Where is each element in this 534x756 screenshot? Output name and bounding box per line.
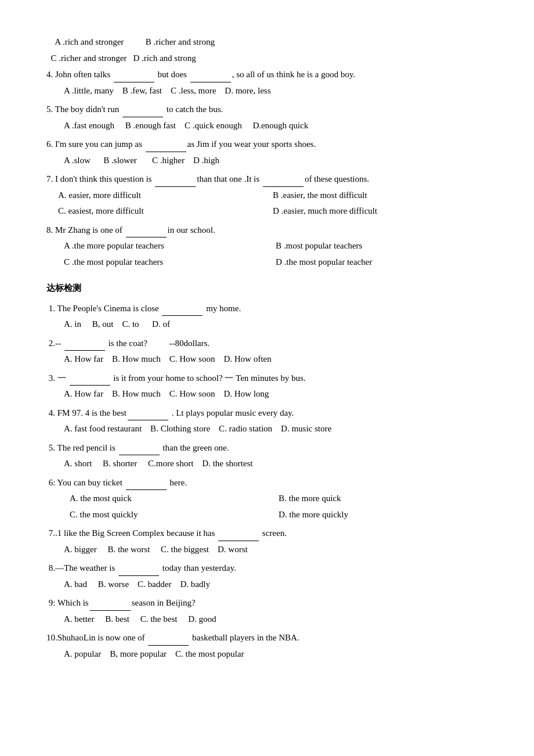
p2q6-options-row1: A. the most quick B. the more quick [70, 491, 488, 506]
q8-question: 8. Mr Zhang is one of in our school. [46, 222, 488, 238]
p2q6-opt-a: A. the most quick [70, 491, 279, 506]
p2q3-options: A. How far B. How much C. How soon D. Ho… [64, 387, 488, 402]
q5-options: A .fast enough B .enough fast C .quick e… [64, 118, 488, 134]
p2q6-question: 6: You can buy ticket here. [46, 475, 488, 491]
q8-options-row2: C .the most popular teachers D .the most… [64, 255, 488, 270]
p2q7-question: 7..1 like the Big Screen Complex because… [46, 525, 488, 541]
p2q2-options: A. How far B. How much C. How soon D. Ho… [64, 352, 488, 367]
p2q5-options: A. short B. shorter C.more short D. the … [64, 456, 488, 471]
p2q6-opt-b: B. the more quick [279, 491, 488, 506]
q7-options-row2: C. easiest, more difficult D .easier, mu… [58, 204, 488, 219]
q7-opt-d: D .easier, much more difficult [273, 204, 488, 219]
p2q2-question: 2.-- is the coat? --80dollars. [46, 336, 488, 351]
p2q9-question: 9: Which is season in Beijing? [46, 595, 488, 611]
q7-options-row1: A. easier, more difficult B .easier, the… [58, 188, 488, 203]
options-ab-text: A .rich and stronger B .richer and stron… [46, 37, 215, 46]
q8-options-row1: A .the more popular teachers B .most pop… [64, 239, 488, 254]
p2q6-options-row2: C. the most quickly D. the more quickly [70, 507, 488, 523]
p2q10-options: A. popular B, more popular C. the most p… [64, 647, 488, 662]
options-ab-line: A .rich and stronger B .richer and stron… [46, 35, 488, 50]
p2q6-opt-c: C. the most quickly [70, 507, 279, 523]
q6-options: A .slow B .slower C .higher D .high [64, 153, 488, 168]
q4-question: 4. John often talks but does , so all of… [46, 67, 488, 82]
q7-question: 7. I don't think this question is than t… [46, 171, 488, 187]
q4-options: A .little, many B .few, fast C .less, mo… [64, 84, 488, 99]
q8-opt-b: B .most popular teachers [276, 239, 488, 254]
q7-opt-a: A. easier, more difficult [58, 188, 273, 203]
p2q9-options: A. better B. best C. the best D. good [64, 612, 488, 627]
p2q7-options: A. bigger B. the worst C. the biggest D.… [64, 542, 488, 557]
p2q3-question: 3. 一 is it from your home to school? 一 T… [46, 370, 488, 386]
p2q4-options: A. fast food restaurant B. Clothing stor… [64, 422, 488, 437]
q7-opt-c: C. easiest, more difficult [58, 204, 273, 219]
options-cd-line: C .richer and stronger D .rich and stron… [46, 51, 488, 66]
p2q8-options: A. bad B. worse C. badder D. badly [64, 577, 488, 592]
section2-header: 达标检测 [46, 281, 488, 296]
p2q10-question: 10.ShuhaoLin is now one of basketball pl… [46, 630, 488, 646]
q5-question: 5. The boy didn't run to catch the bus. [46, 102, 488, 117]
p2q4-question: 4. FM 97. 4 is the best . Lt plays popul… [46, 405, 488, 421]
p2q6-opt-d: D. the more quickly [279, 507, 488, 523]
p2q1-options: A. in B, out C. to D. of [64, 317, 488, 332]
q6-question: 6. I'm sure you can jump as as Jim if yo… [46, 136, 488, 152]
q8-opt-d: D .the most popular teacher [276, 255, 488, 270]
q8-opt-a: A .the more popular teachers [64, 239, 276, 254]
exam-content: A .rich and stronger B .richer and stron… [46, 35, 488, 661]
p2q5-question: 5. The red pencil is than the green one. [46, 440, 488, 456]
p2q1-question: 1. The People's Cinema is close my home. [46, 301, 488, 316]
q7-opt-b: B .easier, the most difficult [273, 188, 488, 203]
p2q8-question: 8.—The weather is today than yesterday. [46, 560, 488, 576]
q8-opt-c: C .the most popular teachers [64, 255, 276, 270]
options-cd-text: C .richer and stronger D .rich and stron… [46, 53, 196, 63]
